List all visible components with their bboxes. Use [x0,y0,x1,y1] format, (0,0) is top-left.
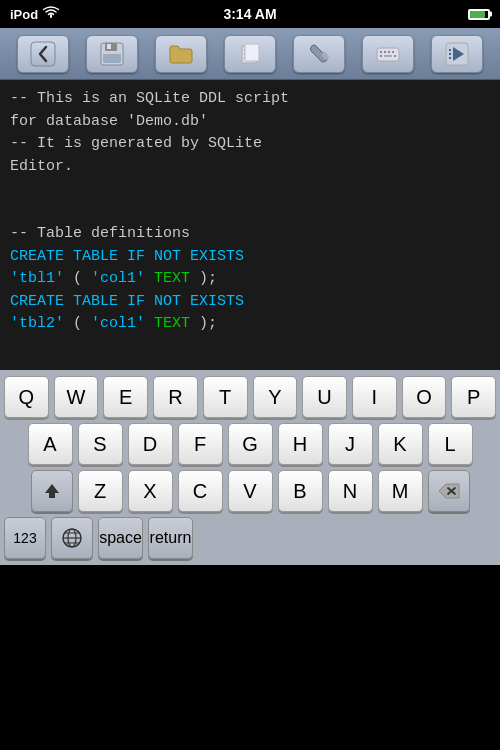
key-U[interactable]: U [302,376,347,418]
status-bar: iPod 3:14 AM [0,0,500,28]
keyboard-bottom-row: 123 space return [4,517,496,559]
svg-rect-15 [392,51,394,53]
globe-key[interactable] [51,517,93,559]
svg-rect-13 [384,51,386,53]
key-K[interactable]: K [378,423,423,465]
key-D[interactable]: D [128,423,173,465]
key-F[interactable]: F [178,423,223,465]
toolbar [0,28,500,80]
code-line-11: 'tbl2' ( 'col1' TEXT ); [10,313,490,336]
back-button[interactable] [17,35,69,73]
key-C[interactable]: C [178,470,223,512]
shift-key[interactable] [31,470,73,512]
code-editor[interactable]: -- This is an SQLite DDL script for data… [0,80,500,370]
key-I[interactable]: I [352,376,397,418]
code-line-5 [10,178,490,201]
svg-rect-3 [107,44,111,49]
keyboard-button[interactable] [362,35,414,73]
keyboard-row-1: Q W E R T Y U I O P [4,376,496,418]
code-line-6 [10,201,490,224]
key-O[interactable]: O [402,376,447,418]
key-W[interactable]: W [54,376,99,418]
open-button[interactable] [155,35,207,73]
pages-button[interactable] [224,35,276,73]
key-G[interactable]: G [228,423,273,465]
keyboard: Q W E R T Y U I O P A S D F G H J K L Z … [0,370,500,565]
wifi-icon [43,6,59,23]
code-line-2: for database 'Demo.db' [10,111,490,134]
battery-icon [468,9,490,20]
keyboard-row-2: A S D F G H J K L [4,423,496,465]
key-L[interactable]: L [428,423,473,465]
execute-button[interactable] [431,35,483,73]
delete-key[interactable] [428,470,470,512]
key-Z[interactable]: Z [78,470,123,512]
key-A[interactable]: A [28,423,73,465]
code-line-1: -- This is an SQLite DDL script [10,88,490,111]
code-line-8: CREATE TABLE IF NOT EXISTS [10,246,490,269]
return-key[interactable]: return [148,517,193,559]
key-Y[interactable]: Y [253,376,298,418]
save-button[interactable] [86,35,138,73]
key-T[interactable]: T [203,376,248,418]
svg-rect-18 [384,55,392,57]
svg-rect-4 [103,54,121,63]
svg-rect-0 [31,42,55,66]
svg-rect-11 [377,48,399,61]
code-line-4: Editor. [10,156,490,179]
key-V[interactable]: V [228,470,273,512]
key-H[interactable]: H [278,423,323,465]
key-J[interactable]: J [328,423,373,465]
key-M[interactable]: M [378,470,423,512]
key-X[interactable]: X [128,470,173,512]
tools-button[interactable] [293,35,345,73]
svg-rect-9 [245,44,259,61]
key-Q[interactable]: Q [4,376,49,418]
code-line-3: -- It is generated by SQLite [10,133,490,156]
keyboard-row-3: Z X C V B N M [4,470,496,512]
code-line-9: 'tbl1' ( 'col1' TEXT ); [10,268,490,291]
key-P[interactable]: P [451,376,496,418]
code-line-7: -- Table definitions [10,223,490,246]
key-N[interactable]: N [328,470,373,512]
time-display: 3:14 AM [223,6,276,22]
key-B[interactable]: B [278,470,323,512]
device-label: iPod [10,7,38,22]
space-key[interactable]: space [98,517,143,559]
code-line-10: CREATE TABLE IF NOT EXISTS [10,291,490,314]
num-key[interactable]: 123 [4,517,46,559]
key-R[interactable]: R [153,376,198,418]
svg-rect-19 [394,55,396,57]
svg-rect-16 [380,55,382,57]
svg-rect-14 [388,51,390,53]
key-S[interactable]: S [78,423,123,465]
key-E[interactable]: E [103,376,148,418]
svg-rect-12 [380,51,382,53]
